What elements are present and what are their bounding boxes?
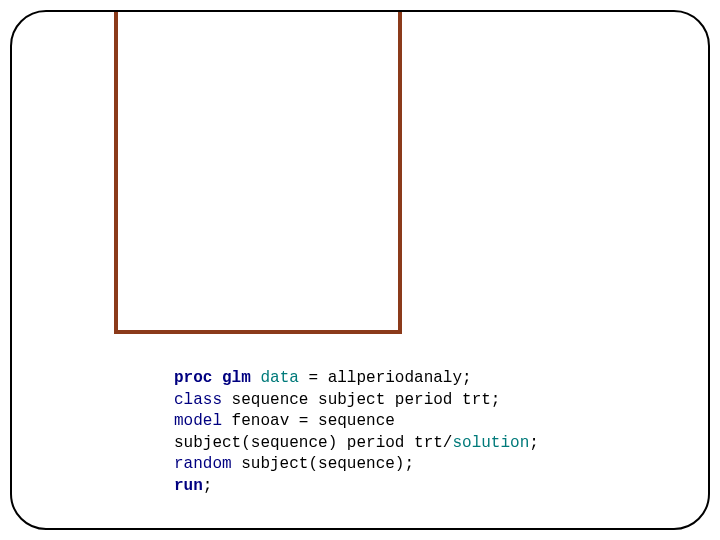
slide-frame: proc glm data = allperiodanaly; class se… xyxy=(10,10,710,530)
sas-code-block: proc glm data = allperiodanaly; class se… xyxy=(174,368,654,498)
kw-glm: glm xyxy=(222,369,251,387)
kw-random: random xyxy=(174,455,232,473)
kw-class: class xyxy=(174,391,222,409)
code-text: = allperiodanaly; xyxy=(299,369,472,387)
kw-run: run xyxy=(174,477,203,495)
code-text: ; xyxy=(529,434,539,452)
kw-data: data xyxy=(260,369,298,387)
code-text: subject(sequence) period trt/ xyxy=(174,434,452,452)
code-text: fenoav = sequence xyxy=(222,412,395,430)
highlight-box xyxy=(114,12,402,334)
kw-model: model xyxy=(174,412,222,430)
code-text: subject(sequence); xyxy=(232,455,414,473)
kw-solution: solution xyxy=(452,434,529,452)
code-text: ; xyxy=(203,477,213,495)
kw-proc: proc xyxy=(174,369,212,387)
code-text: sequence subject period trt; xyxy=(222,391,500,409)
